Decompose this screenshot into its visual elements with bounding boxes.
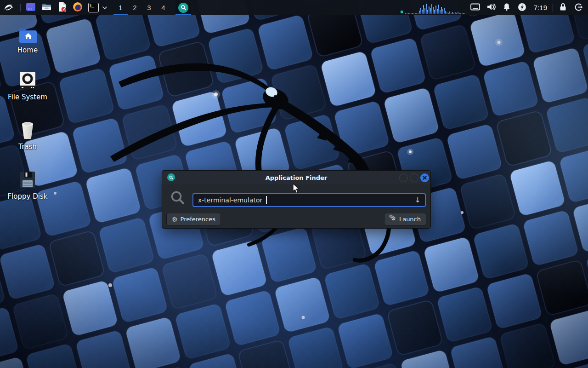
terminal-launcher[interactable]: $_ (85, 0, 101, 15)
volume-tray-button[interactable] (483, 0, 499, 15)
clock[interactable]: 7:19 (530, 0, 551, 15)
file-manager-launcher[interactable] (39, 0, 54, 15)
desktop-icon-label: Home (6, 46, 50, 54)
terminal-glyph: $_ (90, 4, 94, 8)
desktop-icon-home[interactable]: Home (6, 27, 50, 54)
workspace-3-button[interactable]: 3 (142, 0, 156, 15)
firefox-launcher[interactable] (70, 0, 85, 15)
visualizer-indicator (401, 11, 403, 13)
lock-icon (559, 3, 567, 12)
maximize-button[interactable] (410, 173, 418, 182)
application-finder-window: Application Finder ↓ (162, 170, 431, 229)
panel-separator (20, 4, 21, 12)
audio-visualizer-bars (405, 4, 466, 14)
panel-separator (111, 4, 111, 12)
preferences-button-label: Preferences (181, 216, 215, 223)
lock-screen-button[interactable] (555, 0, 571, 15)
desktop-icon-trash[interactable]: Trash (6, 121, 50, 151)
desktop: $_ 1 2 3 4 (0, 0, 588, 368)
minimize-button[interactable] (399, 173, 408, 182)
logout-button[interactable] (571, 0, 586, 15)
application-search-input[interactable] (193, 194, 409, 206)
power-manager-icon (518, 3, 526, 13)
file-manager-icon (41, 2, 52, 13)
launch-button[interactable]: ⚙ ⚙ Launch (384, 213, 426, 225)
kali-logo-icon (4, 2, 14, 13)
dropdown-arrow-icon[interactable]: ↓ (415, 195, 421, 205)
app-finder-taskbar-button[interactable] (175, 0, 191, 15)
window-title: Application Finder (266, 174, 328, 181)
workspace-4-button[interactable]: 4 (156, 0, 170, 15)
power-manager-tray-button[interactable] (514, 0, 530, 15)
trash-bin-icon (6, 121, 50, 140)
chevron-down-icon (102, 4, 107, 11)
window-app-launcher[interactable] (23, 0, 39, 15)
close-button[interactable] (420, 173, 429, 182)
floppy-disk-icon (6, 170, 50, 190)
close-icon (423, 174, 427, 181)
workspace-1-button[interactable]: 1 (113, 0, 128, 15)
firefox-icon (73, 2, 83, 13)
text-caret (266, 196, 267, 204)
terminal-icon: $_ (88, 3, 99, 12)
preferences-button[interactable]: ⚙ Preferences (166, 213, 221, 225)
audio-visualizer (401, 0, 468, 15)
window-app-icon (26, 2, 36, 13)
panel-separator (553, 4, 553, 12)
app-finder-icon (178, 3, 188, 13)
top-panel: $_ 1 2 3 4 (0, 0, 588, 15)
text-editor-icon (57, 2, 67, 13)
keyboard-icon (470, 3, 480, 12)
workspace-2-button[interactable]: 2 (128, 0, 142, 15)
titlebar[interactable]: Application Finder (162, 171, 430, 184)
desktop-icon-label: Floppy Disk (6, 192, 50, 201)
logout-icon (574, 3, 583, 13)
file-system-drive-icon (6, 71, 50, 90)
bell-icon (503, 3, 511, 12)
desktop-icon-floppy-disk[interactable]: Floppy Disk (6, 170, 50, 201)
launch-button-label: Launch (399, 216, 421, 223)
desktop-icon-label: Trash (6, 143, 50, 151)
terminal-dropdown-chevron[interactable] (101, 0, 108, 15)
text-editor-launcher[interactable] (54, 0, 70, 15)
keyboard-tray-button[interactable] (468, 0, 483, 15)
volume-icon (486, 3, 496, 12)
desktop-icon-label: File System (6, 93, 50, 101)
notifications-tray-button[interactable] (499, 0, 514, 15)
launch-gears-icon: ⚙ ⚙ (390, 216, 396, 223)
panel-separator (173, 4, 173, 12)
search-entry: ↓ (192, 193, 426, 207)
search-icon (170, 190, 185, 207)
gear-icon: ⚙ (172, 216, 178, 223)
panel-tray: 7:19 (401, 0, 588, 15)
desktop-icon-file-system[interactable]: File System (6, 71, 50, 101)
app-finder-window-icon (167, 173, 175, 181)
applications-menu-button[interactable] (1, 1, 16, 14)
home-folder-icon (6, 27, 50, 43)
